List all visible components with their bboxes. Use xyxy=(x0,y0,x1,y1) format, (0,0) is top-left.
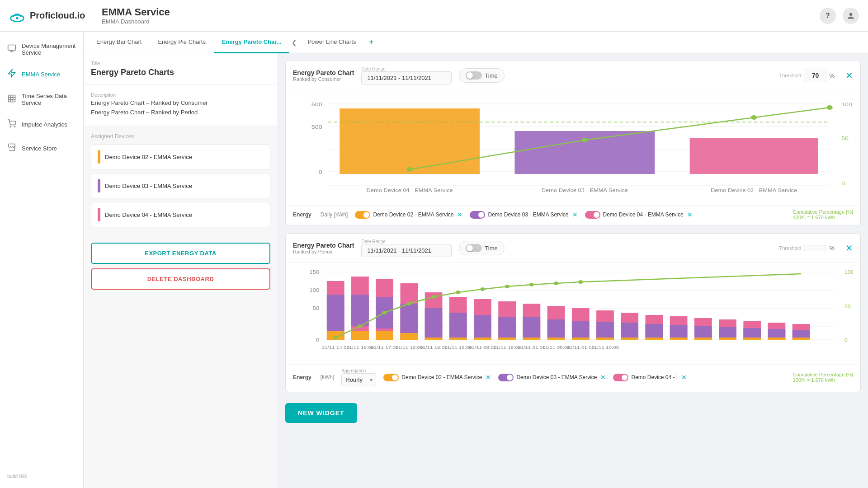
legend-x-04-period[interactable]: ✕ xyxy=(681,374,687,381)
left-panel: Title Energy Pareto Charts Description E… xyxy=(84,53,278,488)
svg-point-28 xyxy=(827,105,833,110)
svg-rect-72 xyxy=(547,319,565,338)
svg-rect-48 xyxy=(351,295,369,326)
chart-close-consumer[interactable]: ✕ xyxy=(845,70,853,81)
assigned-devices-label: Assigned Devices xyxy=(91,133,270,140)
svg-text:11/11 12:00: 11/11 12:00 xyxy=(395,345,423,350)
tab-add-button[interactable]: + xyxy=(364,37,378,47)
new-widget-button[interactable]: NEW WIDGET xyxy=(285,403,357,423)
sidebar-item-service-store[interactable]: Service Store xyxy=(0,136,83,160)
svg-rect-45 xyxy=(327,295,344,331)
legend-toggle-03-period[interactable] xyxy=(498,374,514,381)
chart-svg-period: 150 100 50 0 100 50 0 xyxy=(286,263,860,364)
svg-text:11/11 01:00: 11/11 01:00 xyxy=(567,345,595,350)
export-energy-data-button[interactable]: EXPORT ENERGY DATA xyxy=(91,243,270,264)
logo-area: Proficloud.io xyxy=(9,8,93,24)
legend-toggle-04-consumer[interactable] xyxy=(585,211,600,219)
svg-point-2 xyxy=(849,13,853,16)
svg-rect-99 xyxy=(768,329,786,338)
device-item-02[interactable]: Demo Device 02 - EMMA Service xyxy=(91,144,270,169)
threshold-value-consumer[interactable]: 70 xyxy=(804,69,826,82)
svg-text:Demo Device 04 - EMMA Service: Demo Device 04 - EMMA Service xyxy=(366,188,453,192)
svg-point-104 xyxy=(333,336,338,339)
legend-x-02-consumer[interactable]: ✕ xyxy=(457,211,462,218)
main-layout: Device Management Service EMMA Service T… xyxy=(0,32,868,488)
legend-x-03-consumer[interactable]: ✕ xyxy=(572,211,578,218)
time-series-icon xyxy=(7,94,16,105)
impulse-analytics-icon xyxy=(7,119,16,130)
tab-energy-bar-chart[interactable]: Energy Bar Chart xyxy=(88,32,150,53)
bar-device02 xyxy=(690,138,818,174)
desc-item-1[interactable]: Energy Pareto Chart – Ranked by Period xyxy=(91,109,270,116)
toggle-switch-period[interactable] xyxy=(466,244,482,252)
svg-point-106 xyxy=(382,311,387,314)
legend-item-04-consumer: Demo Device 04 - EMMA Service ✕ xyxy=(585,211,693,219)
desc-item-0[interactable]: Energy Pareto Chart – Ranked by Consumer xyxy=(91,99,270,106)
threshold-value-period[interactable] xyxy=(804,245,826,251)
page-main-title: EMMA Service xyxy=(102,6,820,18)
date-range-consumer[interactable]: 11/11/2021 - 11/11/2021 xyxy=(361,71,452,84)
svg-rect-81 xyxy=(621,323,638,338)
svg-rect-69 xyxy=(523,317,541,338)
delete-dashboard-button[interactable]: DELETE DASHBOARD xyxy=(91,268,270,290)
svg-rect-3 xyxy=(8,45,16,50)
legend-toggle-04-period[interactable] xyxy=(613,374,628,381)
sidebar-item-impulse-analytics[interactable]: Impulse Analytics xyxy=(0,113,83,136)
energy-label-period: Energy xyxy=(293,374,311,380)
sidebar-label-service-store: Service Store xyxy=(22,145,57,152)
tab-energy-pareto-charts[interactable]: Energy Pareto Char... xyxy=(214,32,290,53)
tab-power-line-charts[interactable]: Power Line Charts xyxy=(299,32,364,53)
svg-rect-73 xyxy=(547,338,565,340)
device-04-name: Demo Device 04 - EMMA Service xyxy=(105,211,192,218)
help-button[interactable]: ? xyxy=(820,8,836,24)
chart-header-consumer: Energy Pareto Chart Ranked by Consumer D… xyxy=(286,61,860,90)
legend-x-03-period[interactable]: ✕ xyxy=(600,374,606,381)
legend-x-02-period[interactable]: ✕ xyxy=(486,374,491,381)
chart-subtitle-period: Ranked by Period xyxy=(293,249,354,254)
device-item-03[interactable]: Demo Device 03 - EMMA Service xyxy=(91,173,270,198)
device-item-04[interactable]: Demo Device 04 - EMMA Service xyxy=(91,202,270,227)
svg-point-108 xyxy=(431,295,436,299)
user-button[interactable] xyxy=(843,8,859,24)
toggle-switch-consumer[interactable] xyxy=(466,71,482,80)
svg-point-109 xyxy=(456,291,460,294)
pareto-chart-consumer-svg: 600 500 0 100 50 0 xyxy=(293,95,853,199)
aggregation-wrapper: Hourly Daily Weekly xyxy=(341,373,376,386)
time-toggle-period[interactable]: Time xyxy=(459,241,504,255)
sidebar-item-time-series[interactable]: Time Series Data Service xyxy=(0,86,83,113)
svg-text:100: 100 xyxy=(844,270,853,274)
chart-close-period[interactable]: ✕ xyxy=(845,243,853,253)
tab-scroll-arrow[interactable]: ❮ xyxy=(289,39,299,46)
svg-point-25 xyxy=(407,167,413,172)
description-section: Description Energy Pareto Chart – Ranked… xyxy=(84,85,278,126)
svg-text:11/11 10:00: 11/11 10:00 xyxy=(591,345,619,350)
legend-x-04-consumer[interactable]: ✕ xyxy=(687,211,693,218)
assigned-devices-section: Assigned Devices Demo Device 02 - EMMA S… xyxy=(84,126,278,238)
threshold-unit-consumer: % xyxy=(829,72,835,79)
legend-toggle-02-consumer[interactable] xyxy=(355,211,370,219)
aggregation-block: Aggregation Hourly Daily Weekly xyxy=(341,368,376,386)
legend-toggle-03-consumer[interactable] xyxy=(470,211,485,219)
tab-energy-pie-charts[interactable]: Energy Pie Charts xyxy=(150,32,214,53)
svg-rect-76 xyxy=(572,338,590,340)
threshold-block-period: Threshold % xyxy=(779,245,835,252)
sidebar-item-device-management[interactable]: Device Management Service xyxy=(0,36,83,62)
svg-text:Demo Device 03 - EMMA Service: Demo Device 03 - EMMA Service xyxy=(542,188,628,192)
aggregation-select[interactable]: Hourly Daily Weekly xyxy=(341,373,376,386)
svg-point-105 xyxy=(358,324,362,328)
proficloud-logo-icon xyxy=(9,8,25,24)
svg-text:0: 0 xyxy=(841,181,845,186)
energy-label-consumer: Energy xyxy=(293,211,311,218)
svg-point-112 xyxy=(529,283,534,286)
svg-text:11/11 21:00: 11/11 21:00 xyxy=(518,345,546,350)
cumulative-pct-consumer: Cumulative Percentage [%] 100% = 1.670 k… xyxy=(793,209,853,220)
svg-rect-70 xyxy=(523,338,541,340)
svg-text:50: 50 xyxy=(841,136,849,141)
legend-toggle-02-period[interactable] xyxy=(383,374,399,381)
sidebar-item-emma-service[interactable]: EMMA Service xyxy=(0,62,83,86)
svg-rect-64 xyxy=(474,338,491,340)
svg-text:600: 600 xyxy=(311,102,322,107)
time-toggle-consumer[interactable]: Time xyxy=(459,68,504,83)
legend-item-02-period: Demo Device 02 - EMMA Service ✕ xyxy=(383,374,491,381)
date-range-period[interactable]: 11/11/2021 - 11/11/2021 xyxy=(361,244,452,257)
